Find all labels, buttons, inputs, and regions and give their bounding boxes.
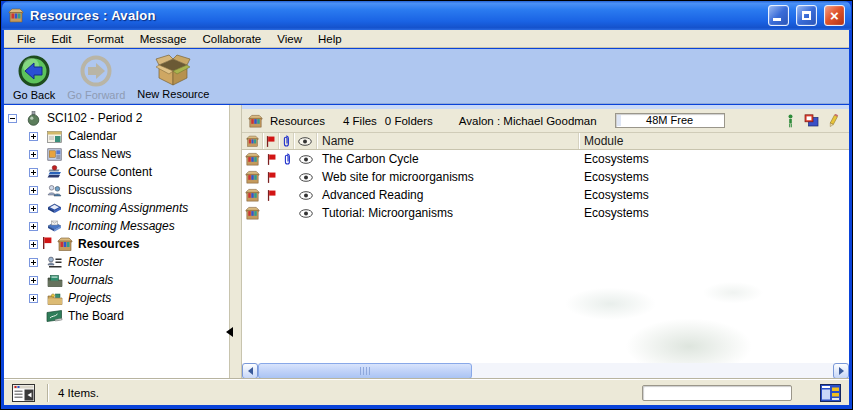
scrollbar-thumb[interactable] xyxy=(258,363,472,379)
incoming-assignments-icon xyxy=(46,202,63,214)
menu-collaborate[interactable]: Collaborate xyxy=(194,32,269,46)
menu-file[interactable]: File xyxy=(9,32,44,46)
go-forward-button[interactable]: Go Forward xyxy=(64,53,128,102)
expand-box-icon[interactable] xyxy=(29,204,38,213)
scroll-right-button[interactable] xyxy=(833,363,849,379)
tree-item-class-news[interactable]: Class News xyxy=(4,145,229,163)
column-viewed[interactable] xyxy=(294,133,317,149)
resource-box-icon xyxy=(246,135,259,147)
scroll-left-button[interactable] xyxy=(242,363,258,379)
expand-box-icon[interactable] xyxy=(29,132,38,141)
collapse-panel-arrow-icon[interactable] xyxy=(226,327,233,337)
horizontal-scrollbar[interactable] xyxy=(242,363,849,379)
expand-box-icon[interactable] xyxy=(29,258,38,267)
expand-box-icon[interactable] xyxy=(29,222,38,231)
tree-item-projects[interactable]: Projects xyxy=(4,289,229,307)
column-flag[interactable] xyxy=(263,133,279,149)
expand-box-icon[interactable] xyxy=(29,294,38,303)
column-attachment[interactable] xyxy=(279,133,294,149)
status-progress-area xyxy=(642,385,792,401)
scrollbar-grip-icon xyxy=(360,367,371,375)
flag-icon xyxy=(263,168,279,186)
toggle-tree-panel-icon[interactable] xyxy=(12,384,35,402)
folders-count: 0 Folders xyxy=(385,115,433,127)
menu-format[interactable]: Format xyxy=(79,32,131,46)
menu-message[interactable]: Message xyxy=(132,32,195,46)
file-module: Ecosystems xyxy=(579,186,849,204)
tree-item-resources[interactable]: Resources xyxy=(4,235,229,253)
paperclip-icon xyxy=(282,135,290,147)
tree-item-journals[interactable]: Journals xyxy=(4,271,229,289)
collapse-box-icon[interactable] xyxy=(8,114,17,123)
file-row[interactable]: Web site for microorganisms Ecosystems xyxy=(242,168,849,186)
tree-item-label[interactable]: Incoming Messages xyxy=(68,219,175,233)
tree-item-label[interactable]: The Board xyxy=(68,309,124,323)
expand-box-icon[interactable] xyxy=(29,168,38,177)
scroll-left-icon xyxy=(248,367,253,375)
tree-item-label[interactable]: Course Content xyxy=(68,165,152,179)
file-row[interactable]: Tutorial: Microorganisms Ecosystems xyxy=(242,204,849,222)
expand-box-icon[interactable] xyxy=(29,276,38,285)
flag-icon xyxy=(266,136,275,147)
resource-box-icon xyxy=(248,114,263,128)
resource-box-icon xyxy=(242,150,263,168)
tree-item-course-content[interactable]: Course Content xyxy=(4,163,229,181)
tree-item-label[interactable]: Journals xyxy=(68,273,113,287)
file-name[interactable]: Advanced Reading xyxy=(317,186,579,204)
column-name[interactable]: Name xyxy=(317,133,579,149)
panel-splitter[interactable] xyxy=(229,105,242,379)
form-view-icon[interactable] xyxy=(820,384,841,402)
file-name[interactable]: Tutorial: Microorganisms xyxy=(317,204,579,222)
tree-item-the-board[interactable]: The Board xyxy=(4,307,229,325)
go-forward-label: Go Forward xyxy=(67,89,125,101)
flag-icon xyxy=(42,237,52,252)
tree-item-label[interactable]: Projects xyxy=(68,291,111,305)
layers-icon[interactable] xyxy=(804,114,819,127)
menu-help[interactable]: Help xyxy=(310,32,350,46)
menu-view[interactable]: View xyxy=(269,32,310,46)
journals-icon xyxy=(46,274,63,287)
minimize-button[interactable] xyxy=(768,5,789,26)
tree-root-label[interactable]: SCI102 - Period 2 xyxy=(47,111,142,125)
close-button[interactable]: × xyxy=(824,5,845,26)
tree-item-label[interactable]: Discussions xyxy=(68,183,132,197)
user-presence-icon[interactable] xyxy=(786,114,795,128)
expand-box-icon[interactable] xyxy=(29,186,38,195)
navigation-tree: SCI102 - Period 2 Calendar Class News xyxy=(4,105,229,379)
panel-title: Resources xyxy=(270,115,325,127)
title-bar[interactable]: Resources : Avalon × xyxy=(2,1,851,30)
eye-icon xyxy=(294,168,317,186)
tree-item-incoming-assignments[interactable]: Incoming Assignments xyxy=(4,199,229,217)
tree-item-label[interactable]: Resources xyxy=(78,237,139,251)
tree-item-calendar[interactable]: Calendar xyxy=(4,127,229,145)
flag-icon xyxy=(263,150,279,168)
course-content-icon xyxy=(46,165,63,179)
go-back-label: Go Back xyxy=(13,89,55,101)
resources-panel: Resources 4 Files 0 Folders Avalon : Mic… xyxy=(242,105,849,379)
resource-box-icon xyxy=(242,168,263,186)
file-row[interactable]: The Carbon Cycle Ecosystems xyxy=(242,150,849,168)
tree-item-label[interactable]: Calendar xyxy=(68,129,117,143)
free-space-label: 48M Free xyxy=(646,114,693,126)
file-name[interactable]: Web site for microorganisms xyxy=(317,168,579,186)
tree-item-roster[interactable]: Roster xyxy=(4,253,229,271)
tree-root[interactable]: SCI102 - Period 2 xyxy=(4,109,229,127)
tree-item-label[interactable]: Class News xyxy=(68,147,131,161)
column-module[interactable]: Module xyxy=(579,133,849,149)
file-row[interactable]: Advanced Reading Ecosystems xyxy=(242,186,849,204)
menu-edit[interactable]: Edit xyxy=(44,32,80,46)
edit-pencil-icon[interactable] xyxy=(828,114,839,128)
expand-box-icon[interactable] xyxy=(29,150,38,159)
go-back-icon xyxy=(17,54,51,88)
roster-icon xyxy=(46,256,63,269)
new-resource-button[interactable]: New Resource xyxy=(134,53,212,101)
go-back-button[interactable]: Go Back xyxy=(10,53,58,102)
column-item-icon[interactable] xyxy=(242,133,263,149)
expand-box-icon[interactable] xyxy=(29,240,38,249)
tree-item-label[interactable]: Roster xyxy=(68,255,103,269)
tree-item-incoming-messages[interactable]: Incoming Messages xyxy=(4,217,229,235)
tree-item-label[interactable]: Incoming Assignments xyxy=(68,201,188,215)
maximize-button[interactable] xyxy=(796,5,817,26)
file-name[interactable]: The Carbon Cycle xyxy=(317,150,579,168)
tree-item-discussions[interactable]: Discussions xyxy=(4,181,229,199)
